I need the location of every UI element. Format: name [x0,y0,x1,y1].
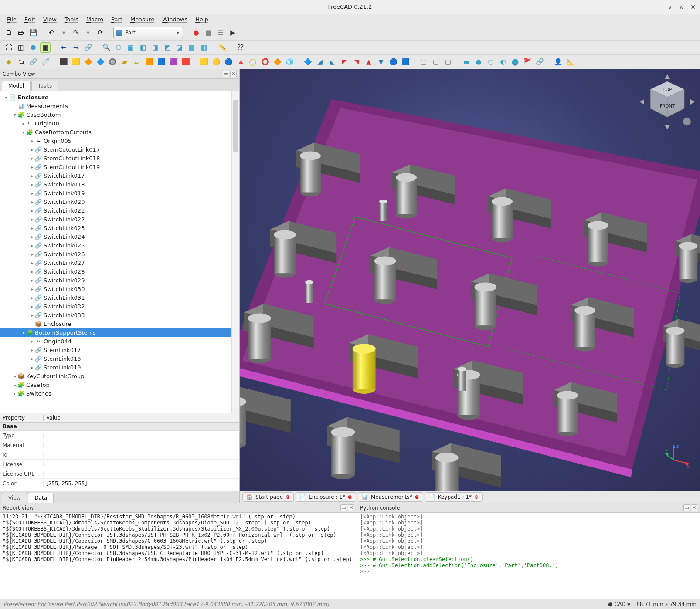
tree-expander-icon[interactable]: ▸ [30,261,35,265]
tree-item-enclosure[interactable]: 📦Enclosure [0,319,239,328]
tree-expander-icon[interactable]: ▸ [12,374,17,379]
status-navmode[interactable]: ● CAD ▼ [608,601,630,607]
mirror-icon[interactable]: 🔶 [83,57,93,67]
macro-list-icon[interactable]: ☰ [215,27,226,38]
tree-expander-icon[interactable]: ▸ [30,147,35,152]
redo-icon[interactable]: ↷ [71,27,81,38]
tree-item-stemcutoutlink018[interactable]: ▸🔗StemCutoutLink018 [0,154,239,162]
split-icon[interactable]: ▲ [364,57,374,67]
section-icon[interactable]: 🟦 [156,57,167,67]
red-flag-icon[interactable]: 🚩 [522,57,533,67]
user-icon[interactable]: 👤 [553,57,563,67]
property-row-license[interactable]: License [0,460,239,469]
tree-item-switchlink027[interactable]: ▸🔗SwitchLink027 [0,258,239,267]
join-icon[interactable]: ◥ [351,57,362,67]
property-row-type[interactable]: Type [0,431,239,440]
fit-all-icon[interactable]: ⛶ [3,42,14,53]
prop-tab-view[interactable]: View [2,493,27,503]
combo-tab-tasks[interactable]: Tasks [31,81,58,91]
fuse-icon[interactable]: ◣ [327,57,337,67]
navcube-front[interactable]: FRONT [660,104,675,108]
close-icon[interactable]: ⊗ [474,494,479,500]
tree-expander-icon[interactable]: ▸ [21,121,26,126]
tree-item-switchlink024[interactable]: ▸🔗SwitchLink024 [0,232,239,241]
tree-item-switchlink020[interactable]: ▸🔗SwitchLink020 [0,197,239,206]
chamfer-icon[interactable]: 🔘 [107,57,118,67]
new-icon[interactable]: 🗋 [3,27,14,38]
view-5-icon[interactable]: ▤ [187,42,197,53]
macro-play-icon[interactable]: ▶ [228,27,238,38]
tree-item-switchlink022[interactable]: ▸🔗SwitchLink022 [0,215,239,223]
ruled-icon[interactable]: ▰ [119,57,130,67]
draw-style-icon[interactable]: ⬡ [113,42,124,53]
tree-expander-icon[interactable]: ▸ [30,139,35,143]
tube-icon[interactable]: ⭕ [260,57,270,67]
tree-expander-icon[interactable]: ▸ [30,304,35,309]
doc-tab[interactable]: 📄Enclosure : 1*⊗ [296,492,356,502]
menu-tools[interactable]: Tools [61,15,82,24]
measure-icon[interactable]: 📏 [217,42,228,53]
tree-expander-icon[interactable]: ▸ [30,295,35,300]
close-icon[interactable]: ⊗ [415,494,419,500]
workbench-select[interactable]: Part [113,27,183,38]
window-minimize-icon[interactable]: ∨ [668,3,672,10]
group-icon[interactable]: 🗂 [16,57,26,67]
tree-item-switchlink026[interactable]: ▸🔗SwitchLink026 [0,250,239,258]
menu-view[interactable]: View [40,15,60,24]
undo-icon[interactable]: ↶ [46,27,57,38]
tree-expander-icon[interactable]: ▸ [30,226,35,230]
boolean-icon[interactable]: 🔷 [302,57,313,67]
tree-item-stemcutoutlink017[interactable]: ▸🔗StemCutoutLink017 [0,145,239,154]
boundingbox-icon[interactable]: ▣ [126,42,136,53]
property-row-id[interactable]: Id [0,450,239,460]
nav-back-icon[interactable]: ⬅ [58,42,69,53]
redo-dropdown-icon[interactable]: ▼ [83,27,93,38]
primitives-icon[interactable]: 🔶 [272,57,282,67]
tree-expander-icon[interactable]: ▸ [30,182,35,187]
open-icon[interactable]: 🗁 [16,27,26,38]
tree-item-measurements[interactable]: 📊Measurements [0,102,239,110]
tree-item-stemlink017[interactable]: ▸🔗StemLink017 [0,345,239,354]
model-tree[interactable]: ▾📄Enclosure 📊Measurements▾🧩CaseBottom▸⤷O… [0,91,239,413]
tree-expander-icon[interactable]: ▸ [30,313,35,318]
tree-item-origin044[interactable]: ▸⤷Origin044 [0,337,239,345]
box-select-icon[interactable]: ▢ [443,57,453,67]
tree-item-stemlink019[interactable]: ▸🔗StemLink019 [0,363,239,372]
builder-icon[interactable]: 🧊 [284,57,295,67]
panel-float-icon[interactable]: ▭ [223,71,229,77]
export-icon[interactable]: ▢ [431,57,441,67]
tree-expander-icon[interactable]: ▸ [30,191,35,196]
tree-expander-icon[interactable]: ▸ [30,200,35,204]
menu-windows[interactable]: Windows [159,15,191,24]
doc-tab[interactable]: 🏠Start page⊗ [242,492,294,502]
tree-expander-icon[interactable]: ▸ [30,252,35,257]
tree-item-switchlink031[interactable]: ▸🔗SwitchLink031 [0,293,239,302]
compound-icon[interactable]: ▼ [376,57,386,67]
sphere-icon[interactable]: 🔵 [223,57,234,67]
tree-item-switchlink029[interactable]: ▸🔗SwitchLink029 [0,276,239,284]
doc-tab[interactable]: 📄Keypad1 : 1*⊗ [425,492,483,502]
view-6-icon[interactable]: ▥ [199,42,209,53]
panel-float-icon[interactable]: ▭ [340,504,347,511]
tree-expander-icon[interactable]: ▸ [30,156,35,161]
isometric-view-icon[interactable]: ⬢ [28,42,38,53]
tree-item-switches[interactable]: ▸🧩Switches [0,389,239,398]
tree-expander-icon[interactable]: ▸ [30,278,35,283]
property-row-color[interactable]: Color[255, 255, 255] [0,479,239,488]
tree-expander-icon[interactable]: ▸ [30,269,35,274]
tree-expander-icon[interactable]: ▸ [30,365,35,370]
save-icon[interactable]: 💾 [28,27,38,38]
convert-icon[interactable]: ⬤ [510,57,520,67]
refresh-icon[interactable]: ⟳ [95,27,105,38]
tree-item-bottomsupportstems[interactable]: ▾🧩BottomSupportStems [0,328,239,337]
measure2-icon[interactable]: ○ [486,57,496,67]
navcube-top[interactable]: TOP [662,87,672,92]
tree-item-switchlink021[interactable]: ▸🔗SwitchLink021 [0,206,239,215]
tree-item-switchlink023[interactable]: ▸🔗SwitchLink023 [0,223,239,232]
fit-selection-icon[interactable]: ◫ [16,42,26,53]
tree-expander-icon[interactable]: ▸ [30,348,35,352]
close-icon[interactable]: ⊗ [285,494,290,500]
view-3-icon[interactable]: ◩ [162,42,173,53]
panel-float-icon[interactable]: ▭ [683,504,690,511]
tree-expander-icon[interactable]: ▾ [3,95,9,100]
